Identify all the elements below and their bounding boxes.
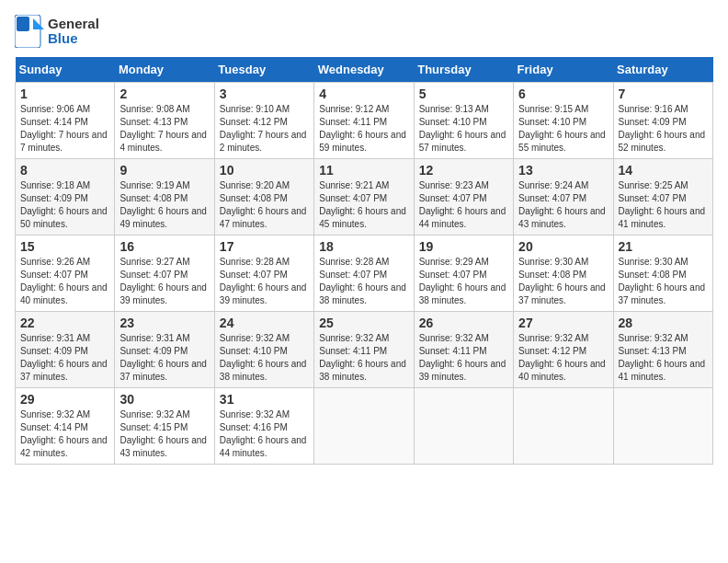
calendar-cell: 14 Sunrise: 9:25 AM Sunset: 4:07 PM Dayl… <box>613 159 712 236</box>
day-number: 19 <box>419 239 508 254</box>
day-header-saturday: Saturday <box>613 57 712 83</box>
day-details: Sunrise: 9:32 AM Sunset: 4:13 PM Dayligh… <box>619 332 708 384</box>
day-details: Sunrise: 9:32 AM Sunset: 4:10 PM Dayligh… <box>220 332 309 384</box>
day-number: 27 <box>518 316 608 330</box>
calendar-cell: 18 Sunrise: 9:28 AM Sunset: 4:07 PM Dayl… <box>314 236 414 312</box>
day-details: Sunrise: 9:31 AM Sunset: 4:09 PM Dayligh… <box>119 332 209 384</box>
day-number: 17 <box>220 239 309 254</box>
day-header-wednesday: Wednesday <box>314 57 414 83</box>
logo-blue: Blue <box>48 31 99 47</box>
day-details: Sunrise: 9:32 AM Sunset: 4:15 PM Dayligh… <box>119 408 209 460</box>
calendar-cell: 1 Sunrise: 9:06 AM Sunset: 4:14 PM Dayli… <box>16 83 115 159</box>
day-details: Sunrise: 9:16 AM Sunset: 4:09 PM Dayligh… <box>619 103 708 155</box>
day-number: 3 <box>220 86 309 101</box>
day-details: Sunrise: 9:32 AM Sunset: 4:12 PM Dayligh… <box>518 332 608 384</box>
calendar-cell: 4 Sunrise: 9:12 AM Sunset: 4:11 PM Dayli… <box>314 83 414 159</box>
logo-general: General <box>48 17 99 32</box>
calendar-cell: 12 Sunrise: 9:23 AM Sunset: 4:07 PM Dayl… <box>414 159 513 236</box>
calendar-cell: 28 Sunrise: 9:32 AM Sunset: 4:13 PM Dayl… <box>613 312 712 388</box>
day-number: 8 <box>20 163 109 178</box>
calendar-cell: 31 Sunrise: 9:32 AM Sunset: 4:16 PM Dayl… <box>214 388 313 465</box>
calendar-week-5: 29 Sunrise: 9:32 AM Sunset: 4:14 PM Dayl… <box>16 388 713 465</box>
day-details: Sunrise: 9:28 AM Sunset: 4:07 PM Dayligh… <box>220 256 309 307</box>
day-details: Sunrise: 9:32 AM Sunset: 4:16 PM Dayligh… <box>220 408 309 460</box>
calendar-cell: 30 Sunrise: 9:32 AM Sunset: 4:15 PM Dayl… <box>115 388 214 465</box>
day-details: Sunrise: 9:25 AM Sunset: 4:07 PM Dayligh… <box>619 179 708 231</box>
day-details: Sunrise: 9:19 AM Sunset: 4:08 PM Dayligh… <box>119 179 209 231</box>
calendar-cell: 26 Sunrise: 9:32 AM Sunset: 4:11 PM Dayl… <box>414 312 513 388</box>
calendar-cell: 24 Sunrise: 9:32 AM Sunset: 4:10 PM Dayl… <box>214 312 313 388</box>
day-number: 12 <box>419 163 508 178</box>
day-number: 22 <box>20 316 109 330</box>
day-number: 7 <box>619 86 708 101</box>
day-number: 25 <box>319 316 408 330</box>
calendar-cell: 10 Sunrise: 9:20 AM Sunset: 4:08 PM Dayl… <box>214 159 313 236</box>
calendar-week-1: 1 Sunrise: 9:06 AM Sunset: 4:14 PM Dayli… <box>16 83 713 159</box>
day-number: 1 <box>20 86 109 101</box>
calendar-week-3: 15 Sunrise: 9:26 AM Sunset: 4:07 PM Dayl… <box>16 236 713 312</box>
day-details: Sunrise: 9:31 AM Sunset: 4:09 PM Dayligh… <box>20 332 109 384</box>
calendar-cell: 7 Sunrise: 9:16 AM Sunset: 4:09 PM Dayli… <box>613 83 712 159</box>
day-number: 15 <box>20 239 109 254</box>
calendar-cell <box>414 388 513 465</box>
day-number: 24 <box>220 316 309 330</box>
calendar-cell: 21 Sunrise: 9:30 AM Sunset: 4:08 PM Dayl… <box>613 236 712 312</box>
calendar-cell <box>514 388 613 465</box>
day-details: Sunrise: 9:29 AM Sunset: 4:07 PM Dayligh… <box>419 256 508 307</box>
day-details: Sunrise: 9:26 AM Sunset: 4:07 PM Dayligh… <box>20 256 109 307</box>
calendar-cell: 2 Sunrise: 9:08 AM Sunset: 4:13 PM Dayli… <box>115 83 214 159</box>
day-details: Sunrise: 9:24 AM Sunset: 4:07 PM Dayligh… <box>518 179 608 231</box>
calendar-cell: 11 Sunrise: 9:21 AM Sunset: 4:07 PM Dayl… <box>314 159 414 236</box>
logo-svg <box>15 15 44 48</box>
day-details: Sunrise: 9:13 AM Sunset: 4:10 PM Dayligh… <box>419 103 508 155</box>
calendar-cell: 22 Sunrise: 9:31 AM Sunset: 4:09 PM Dayl… <box>16 312 115 388</box>
day-number: 16 <box>119 239 209 254</box>
day-number: 4 <box>319 86 408 101</box>
day-number: 10 <box>220 163 309 178</box>
day-details: Sunrise: 9:15 AM Sunset: 4:10 PM Dayligh… <box>518 103 608 155</box>
calendar-cell: 6 Sunrise: 9:15 AM Sunset: 4:10 PM Dayli… <box>514 83 613 159</box>
day-details: Sunrise: 9:27 AM Sunset: 4:07 PM Dayligh… <box>119 256 209 307</box>
day-number: 26 <box>419 316 508 330</box>
calendar-cell: 23 Sunrise: 9:31 AM Sunset: 4:09 PM Dayl… <box>115 312 214 388</box>
calendar-header-row: SundayMondayTuesdayWednesdayThursdayFrid… <box>16 57 713 83</box>
day-details: Sunrise: 9:23 AM Sunset: 4:07 PM Dayligh… <box>419 179 508 231</box>
day-number: 6 <box>518 86 608 101</box>
day-number: 23 <box>119 316 209 330</box>
day-details: Sunrise: 9:21 AM Sunset: 4:07 PM Dayligh… <box>319 179 408 231</box>
calendar-cell: 5 Sunrise: 9:13 AM Sunset: 4:10 PM Dayli… <box>414 83 513 159</box>
day-header-monday: Monday <box>115 57 214 83</box>
day-details: Sunrise: 9:20 AM Sunset: 4:08 PM Dayligh… <box>220 179 309 231</box>
day-number: 29 <box>20 392 109 407</box>
day-header-tuesday: Tuesday <box>214 57 313 83</box>
day-details: Sunrise: 9:28 AM Sunset: 4:07 PM Dayligh… <box>319 256 408 307</box>
day-number: 30 <box>119 392 209 407</box>
calendar-cell: 20 Sunrise: 9:30 AM Sunset: 4:08 PM Dayl… <box>514 236 613 312</box>
day-number: 14 <box>619 163 708 178</box>
day-number: 31 <box>220 392 309 407</box>
calendar-cell: 17 Sunrise: 9:28 AM Sunset: 4:07 PM Dayl… <box>214 236 313 312</box>
logo-text-block: General Blue <box>48 17 99 47</box>
logo: General Blue <box>15 15 99 48</box>
calendar-cell: 3 Sunrise: 9:10 AM Sunset: 4:12 PM Dayli… <box>214 83 313 159</box>
day-number: 5 <box>419 86 508 101</box>
day-details: Sunrise: 9:10 AM Sunset: 4:12 PM Dayligh… <box>220 103 309 155</box>
calendar-cell: 25 Sunrise: 9:32 AM Sunset: 4:11 PM Dayl… <box>314 312 414 388</box>
day-header-friday: Friday <box>514 57 613 83</box>
calendar-cell: 27 Sunrise: 9:32 AM Sunset: 4:12 PM Dayl… <box>514 312 613 388</box>
day-number: 18 <box>319 239 408 254</box>
calendar-cell: 9 Sunrise: 9:19 AM Sunset: 4:08 PM Dayli… <box>115 159 214 236</box>
calendar-week-4: 22 Sunrise: 9:31 AM Sunset: 4:09 PM Dayl… <box>16 312 713 388</box>
day-details: Sunrise: 9:32 AM Sunset: 4:11 PM Dayligh… <box>319 332 408 384</box>
day-details: Sunrise: 9:18 AM Sunset: 4:09 PM Dayligh… <box>20 179 109 231</box>
calendar-week-2: 8 Sunrise: 9:18 AM Sunset: 4:09 PM Dayli… <box>16 159 713 236</box>
day-number: 28 <box>619 316 708 330</box>
day-details: Sunrise: 9:12 AM Sunset: 4:11 PM Dayligh… <box>319 103 408 155</box>
day-details: Sunrise: 9:30 AM Sunset: 4:08 PM Dayligh… <box>518 256 608 307</box>
day-details: Sunrise: 9:06 AM Sunset: 4:14 PM Dayligh… <box>20 103 109 155</box>
day-number: 9 <box>119 163 209 178</box>
day-details: Sunrise: 9:30 AM Sunset: 4:08 PM Dayligh… <box>619 256 708 307</box>
day-details: Sunrise: 9:32 AM Sunset: 4:14 PM Dayligh… <box>20 408 109 460</box>
calendar-table: SundayMondayTuesdayWednesdayThursdayFrid… <box>15 57 713 465</box>
calendar-cell: 15 Sunrise: 9:26 AM Sunset: 4:07 PM Dayl… <box>16 236 115 312</box>
